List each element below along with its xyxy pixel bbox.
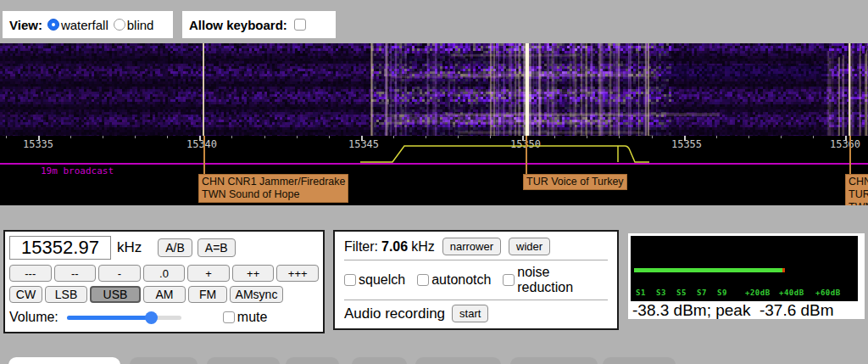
station-line[interactable]: TWN Sound of Hope [202,188,345,201]
step-up-large-button[interactable]: +++ [276,265,319,282]
tab[interactable] [603,357,676,364]
frequency-unit: kHz [117,239,142,256]
tab[interactable] [207,357,280,364]
tab[interactable] [352,357,407,364]
station-line[interactable]: TUR Voice of Turkey [526,176,624,188]
waterfall-display[interactable] [0,43,868,136]
smeter-tick-label: S3 [656,288,666,297]
filter-label: Filter: [344,239,378,255]
tuning-panel: kHz A/B A=B --- -- - .0 + ++ +++ CW LSB … [3,230,325,333]
websdr-app: View: waterfall blind Allow keyboard: 15… [0,0,868,364]
mode-cw-button[interactable]: CW [9,286,42,303]
wider-button[interactable]: wider [509,238,550,255]
waterfall-radio-label[interactable]: waterfall [61,18,108,32]
volume-thumb[interactable] [145,311,158,324]
station-line[interactable]: CHN [849,176,868,188]
mode-lsb-button[interactable]: LSB [45,286,87,303]
ab-toggle-button[interactable]: A/B [158,238,192,257]
filter-panel: Filter: 7.06 kHz narrower wider squelch … [333,230,619,330]
smeter-tick-label: S5 [676,288,687,297]
tab[interactable] [286,357,339,364]
noise-reduction-label: noise reduction [517,265,608,295]
smeter-tick-label: S1 [636,288,646,297]
tab[interactable] [130,357,198,364]
smeter-tick-label: +20dB [745,288,771,297]
blind-radio-label[interactable]: blind [127,18,154,32]
narrower-button[interactable]: narrower [442,238,501,255]
squelch-checkbox[interactable] [344,274,356,286]
frequency-input[interactable] [9,236,111,260]
station-marker [526,136,527,174]
noise-reduction-checkbox[interactable] [503,274,515,286]
keyboard-checkbox[interactable] [294,19,306,31]
filter-passband-outline [0,136,868,205]
mode-usb-button[interactable]: USB [90,286,141,303]
radio-option-blind[interactable]: blind [114,18,154,32]
recording-start-button[interactable]: start [452,305,488,322]
autonotch-checkbox[interactable] [417,274,429,286]
station-line[interactable]: CHN CNR1 Jammer/Firedrake [202,176,345,188]
autonotch-option[interactable]: autonotch [417,272,491,288]
station-label-right-clipped[interactable]: CHN TUR TWN [845,174,868,205]
view-options-bar: View: waterfall blind Allow keyboard: [0,0,868,43]
smeter-tick-label: S7 [697,288,707,297]
step-down-small-button[interactable]: - [98,265,141,282]
volume-slider[interactable] [67,311,181,324]
station-marker [203,136,205,174]
waterfall-radio-icon[interactable] [47,19,59,31]
mute-label: mute [237,310,268,325]
signal-bar-peak-tip [782,268,785,272]
mode-amsync-button[interactable]: AMsync [230,286,283,303]
frequency-scale[interactable]: 15335 15340 15345 15350 15355 15360 19m … [0,136,868,205]
volume-fill [67,316,152,320]
noise-reduction-option[interactable]: noise reduction [503,265,608,295]
mute-checkbox[interactable] [223,311,235,323]
station-line[interactable]: TWN [849,201,868,205]
volume-label: Volume: [9,310,58,325]
step-round-button[interactable]: .0 [143,265,186,282]
signal-bar [634,268,782,272]
mode-fm-button[interactable]: FM [188,286,227,303]
smeter-panel: S1 S3 S5 S7 S9 +20dB +40dB +60dB -38.3 d… [628,233,865,319]
station-marker [849,136,851,174]
blind-radio-icon[interactable] [114,19,125,31]
keyboard-label: Allow keyboard: [189,18,287,32]
tab[interactable] [510,357,598,364]
keyboard-option: Allow keyboard: [182,11,336,38]
filter-unit: kHz [411,239,435,255]
autonotch-label: autonotch [431,272,491,288]
mode-am-button[interactable]: AM [143,286,186,303]
radio-option-waterfall[interactable]: waterfall [47,18,108,32]
squelch-label: squelch [359,272,405,288]
step-down-medium-button[interactable]: -- [54,265,97,282]
smeter-tick-label: S9 [717,288,727,297]
step-up-small-button[interactable]: + [187,265,230,282]
squelch-option[interactable]: squelch [344,272,405,288]
ab-copy-button[interactable]: A=B [198,238,236,257]
smeter-display: S1 S3 S5 S7 S9 +20dB +40dB +60dB [631,236,858,301]
audio-recording-label: Audio recording [344,305,445,322]
station-line[interactable]: TUR [849,188,868,201]
broadcast-band-line [0,163,868,165]
view-selector: View: waterfall blind [3,11,173,38]
station-label-cnr1[interactable]: CHN CNR1 Jammer/Firedrake TWN Sound of H… [198,174,348,203]
divider [344,260,608,260]
filter-bandwidth: 7.06 [381,239,408,255]
view-label: View: [9,18,42,32]
smeter-tick-label: +40dB [779,288,804,297]
station-label-turkey[interactable]: TUR Voice of Turkey [523,174,627,190]
broadcast-band-label: 19m broadcast [41,165,114,176]
tab[interactable] [415,357,501,364]
smeter-tick-label: +60dB [815,288,841,297]
tab-active[interactable] [8,357,120,364]
step-down-large-button[interactable]: --- [9,265,52,282]
step-up-medium-button[interactable]: ++ [232,265,275,282]
signal-strength-reading: -38.3 dBm; peak -37.6 dBm [632,301,834,320]
divider [344,300,608,300]
